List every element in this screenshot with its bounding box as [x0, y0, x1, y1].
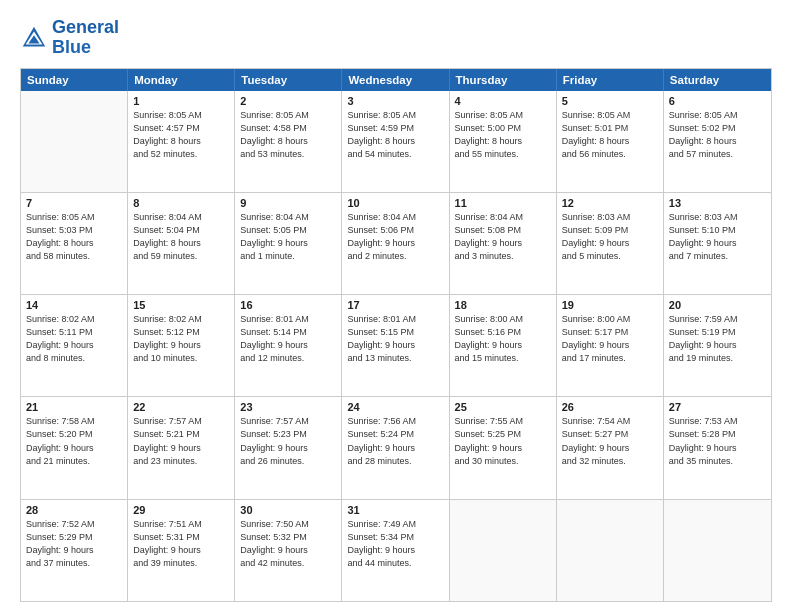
empty-cell: [557, 500, 664, 601]
day-info: Sunrise: 8:02 AM Sunset: 5:11 PM Dayligh…: [26, 313, 122, 365]
day-number: 23: [240, 401, 336, 413]
day-number: 12: [562, 197, 658, 209]
day-info: Sunrise: 8:04 AM Sunset: 5:05 PM Dayligh…: [240, 211, 336, 263]
day-cell-22: 22Sunrise: 7:57 AM Sunset: 5:21 PM Dayli…: [128, 397, 235, 498]
day-cell-12: 12Sunrise: 8:03 AM Sunset: 5:09 PM Dayli…: [557, 193, 664, 294]
day-cell-15: 15Sunrise: 8:02 AM Sunset: 5:12 PM Dayli…: [128, 295, 235, 396]
day-info: Sunrise: 7:54 AM Sunset: 5:27 PM Dayligh…: [562, 415, 658, 467]
empty-cell: [664, 500, 771, 601]
day-cell-25: 25Sunrise: 7:55 AM Sunset: 5:25 PM Dayli…: [450, 397, 557, 498]
day-info: Sunrise: 8:05 AM Sunset: 5:00 PM Dayligh…: [455, 109, 551, 161]
day-number: 17: [347, 299, 443, 311]
day-number: 31: [347, 504, 443, 516]
day-cell-9: 9Sunrise: 8:04 AM Sunset: 5:05 PM Daylig…: [235, 193, 342, 294]
day-info: Sunrise: 7:56 AM Sunset: 5:24 PM Dayligh…: [347, 415, 443, 467]
day-cell-31: 31Sunrise: 7:49 AM Sunset: 5:34 PM Dayli…: [342, 500, 449, 601]
logo-text: General Blue: [52, 18, 119, 58]
page: General Blue SundayMondayTuesdayWednesda…: [0, 0, 792, 612]
day-number: 10: [347, 197, 443, 209]
day-cell-7: 7Sunrise: 8:05 AM Sunset: 5:03 PM Daylig…: [21, 193, 128, 294]
day-number: 20: [669, 299, 766, 311]
day-cell-23: 23Sunrise: 7:57 AM Sunset: 5:23 PM Dayli…: [235, 397, 342, 498]
calendar: SundayMondayTuesdayWednesdayThursdayFrid…: [20, 68, 772, 602]
day-cell-29: 29Sunrise: 7:51 AM Sunset: 5:31 PM Dayli…: [128, 500, 235, 601]
day-cell-10: 10Sunrise: 8:04 AM Sunset: 5:06 PM Dayli…: [342, 193, 449, 294]
calendar-body: 1Sunrise: 8:05 AM Sunset: 4:57 PM Daylig…: [21, 91, 771, 601]
day-cell-8: 8Sunrise: 8:04 AM Sunset: 5:04 PM Daylig…: [128, 193, 235, 294]
day-info: Sunrise: 7:50 AM Sunset: 5:32 PM Dayligh…: [240, 518, 336, 570]
day-cell-2: 2Sunrise: 8:05 AM Sunset: 4:58 PM Daylig…: [235, 91, 342, 192]
logo: General Blue: [20, 18, 119, 58]
day-number: 11: [455, 197, 551, 209]
day-info: Sunrise: 8:02 AM Sunset: 5:12 PM Dayligh…: [133, 313, 229, 365]
day-number: 8: [133, 197, 229, 209]
day-number: 9: [240, 197, 336, 209]
day-cell-19: 19Sunrise: 8:00 AM Sunset: 5:17 PM Dayli…: [557, 295, 664, 396]
calendar-week-2: 7Sunrise: 8:05 AM Sunset: 5:03 PM Daylig…: [21, 192, 771, 294]
day-cell-16: 16Sunrise: 8:01 AM Sunset: 5:14 PM Dayli…: [235, 295, 342, 396]
day-info: Sunrise: 8:00 AM Sunset: 5:16 PM Dayligh…: [455, 313, 551, 365]
logo-icon: [20, 24, 48, 52]
day-number: 21: [26, 401, 122, 413]
header-day-saturday: Saturday: [664, 69, 771, 91]
day-cell-13: 13Sunrise: 8:03 AM Sunset: 5:10 PM Dayli…: [664, 193, 771, 294]
calendar-week-3: 14Sunrise: 8:02 AM Sunset: 5:11 PM Dayli…: [21, 294, 771, 396]
day-info: Sunrise: 8:00 AM Sunset: 5:17 PM Dayligh…: [562, 313, 658, 365]
day-info: Sunrise: 7:55 AM Sunset: 5:25 PM Dayligh…: [455, 415, 551, 467]
calendar-week-1: 1Sunrise: 8:05 AM Sunset: 4:57 PM Daylig…: [21, 91, 771, 192]
day-number: 5: [562, 95, 658, 107]
day-cell-18: 18Sunrise: 8:00 AM Sunset: 5:16 PM Dayli…: [450, 295, 557, 396]
empty-cell: [450, 500, 557, 601]
day-cell-4: 4Sunrise: 8:05 AM Sunset: 5:00 PM Daylig…: [450, 91, 557, 192]
day-info: Sunrise: 8:05 AM Sunset: 4:57 PM Dayligh…: [133, 109, 229, 161]
day-info: Sunrise: 8:05 AM Sunset: 5:01 PM Dayligh…: [562, 109, 658, 161]
day-cell-1: 1Sunrise: 8:05 AM Sunset: 4:57 PM Daylig…: [128, 91, 235, 192]
day-cell-5: 5Sunrise: 8:05 AM Sunset: 5:01 PM Daylig…: [557, 91, 664, 192]
day-cell-21: 21Sunrise: 7:58 AM Sunset: 5:20 PM Dayli…: [21, 397, 128, 498]
day-cell-17: 17Sunrise: 8:01 AM Sunset: 5:15 PM Dayli…: [342, 295, 449, 396]
day-number: 22: [133, 401, 229, 413]
day-info: Sunrise: 7:58 AM Sunset: 5:20 PM Dayligh…: [26, 415, 122, 467]
day-info: Sunrise: 7:57 AM Sunset: 5:23 PM Dayligh…: [240, 415, 336, 467]
day-number: 13: [669, 197, 766, 209]
day-info: Sunrise: 8:01 AM Sunset: 5:14 PM Dayligh…: [240, 313, 336, 365]
day-info: Sunrise: 8:04 AM Sunset: 5:06 PM Dayligh…: [347, 211, 443, 263]
day-info: Sunrise: 7:57 AM Sunset: 5:21 PM Dayligh…: [133, 415, 229, 467]
day-number: 2: [240, 95, 336, 107]
day-number: 18: [455, 299, 551, 311]
calendar-week-4: 21Sunrise: 7:58 AM Sunset: 5:20 PM Dayli…: [21, 396, 771, 498]
day-number: 1: [133, 95, 229, 107]
day-info: Sunrise: 7:53 AM Sunset: 5:28 PM Dayligh…: [669, 415, 766, 467]
day-number: 28: [26, 504, 122, 516]
day-info: Sunrise: 8:05 AM Sunset: 5:02 PM Dayligh…: [669, 109, 766, 161]
header-day-wednesday: Wednesday: [342, 69, 449, 91]
day-cell-30: 30Sunrise: 7:50 AM Sunset: 5:32 PM Dayli…: [235, 500, 342, 601]
header-day-friday: Friday: [557, 69, 664, 91]
day-number: 16: [240, 299, 336, 311]
day-cell-14: 14Sunrise: 8:02 AM Sunset: 5:11 PM Dayli…: [21, 295, 128, 396]
day-number: 15: [133, 299, 229, 311]
day-info: Sunrise: 7:51 AM Sunset: 5:31 PM Dayligh…: [133, 518, 229, 570]
day-number: 29: [133, 504, 229, 516]
day-cell-20: 20Sunrise: 7:59 AM Sunset: 5:19 PM Dayli…: [664, 295, 771, 396]
calendar-header: SundayMondayTuesdayWednesdayThursdayFrid…: [21, 69, 771, 91]
day-info: Sunrise: 7:49 AM Sunset: 5:34 PM Dayligh…: [347, 518, 443, 570]
header: General Blue: [20, 18, 772, 58]
header-day-sunday: Sunday: [21, 69, 128, 91]
calendar-week-5: 28Sunrise: 7:52 AM Sunset: 5:29 PM Dayli…: [21, 499, 771, 601]
day-info: Sunrise: 8:05 AM Sunset: 4:59 PM Dayligh…: [347, 109, 443, 161]
day-cell-28: 28Sunrise: 7:52 AM Sunset: 5:29 PM Dayli…: [21, 500, 128, 601]
day-info: Sunrise: 7:52 AM Sunset: 5:29 PM Dayligh…: [26, 518, 122, 570]
header-day-thursday: Thursday: [450, 69, 557, 91]
day-cell-27: 27Sunrise: 7:53 AM Sunset: 5:28 PM Dayli…: [664, 397, 771, 498]
day-info: Sunrise: 8:05 AM Sunset: 5:03 PM Dayligh…: [26, 211, 122, 263]
day-info: Sunrise: 8:04 AM Sunset: 5:04 PM Dayligh…: [133, 211, 229, 263]
day-number: 6: [669, 95, 766, 107]
day-number: 30: [240, 504, 336, 516]
empty-cell: [21, 91, 128, 192]
day-info: Sunrise: 8:01 AM Sunset: 5:15 PM Dayligh…: [347, 313, 443, 365]
day-number: 27: [669, 401, 766, 413]
day-number: 24: [347, 401, 443, 413]
day-info: Sunrise: 7:59 AM Sunset: 5:19 PM Dayligh…: [669, 313, 766, 365]
day-cell-3: 3Sunrise: 8:05 AM Sunset: 4:59 PM Daylig…: [342, 91, 449, 192]
